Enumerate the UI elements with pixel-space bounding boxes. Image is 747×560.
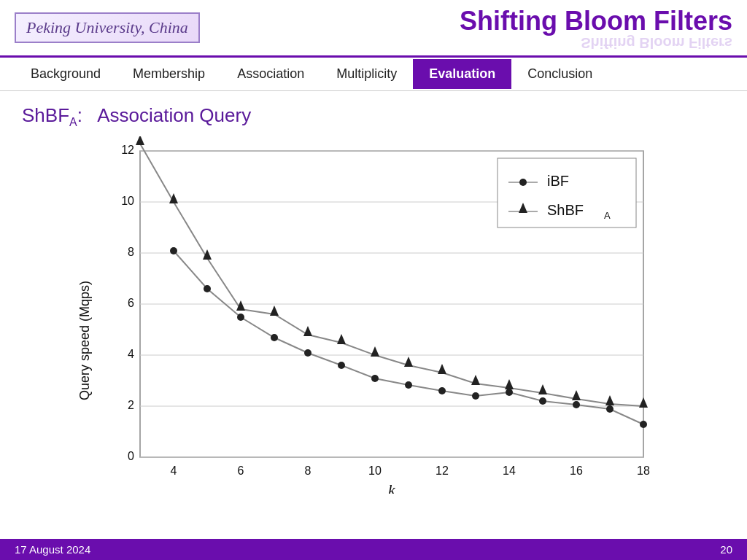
ibf-dot-12 [539,397,546,405]
ibf-dot-2 [204,285,211,292]
xtick-12: 12 [436,464,449,477]
logo-box: Peking University, China [15,12,200,43]
ytick-0: 0 [128,450,134,462]
header: Peking University, China Shifting Bloom … [0,0,747,58]
footer-page: 20 [720,543,732,556]
xtick-18: 18 [637,464,650,477]
ytick-2: 2 [128,399,134,411]
ibf-dot-14 [606,405,614,413]
title-colon: : Association Query [77,104,251,126]
xtick-14: 14 [503,464,516,477]
ytick-8: 8 [128,246,134,258]
nav-item-multiplicity[interactable]: Multiplicity [320,59,413,89]
title-reflection: Shifting Bloom Filters [460,36,732,50]
xtick-10: 10 [368,464,382,477]
legend-shbfa-sub: A [604,210,611,221]
ibf-dot-7 [371,375,379,382]
title-sub: A [69,116,77,128]
ibf-dot-6 [338,362,345,369]
ibf-dot-11 [506,389,513,396]
ibf-dot-10 [472,392,479,400]
x-axis-label: k [388,481,396,494]
xtick-8: 8 [305,464,311,477]
ibf-dot-8 [405,381,412,389]
ibf-dot-3 [237,314,244,321]
ytick-4: 4 [128,348,134,360]
content: ShBFA: Association Query Query speed (Mq… [0,91,747,501]
nav-item-conclusion[interactable]: Conclusion [511,59,608,89]
shbfa-tri-0 [136,136,144,145]
xtick-4: 4 [171,464,177,477]
ibf-dot-1 [170,247,177,254]
ytick-12: 12 [121,144,134,156]
ibf-dot-4 [271,334,278,341]
y-axis-label: Query speed (Mqps) [77,281,92,400]
nav-item-background[interactable]: Background [15,59,117,89]
ytick-10: 10 [121,195,134,207]
logo-text: Peking University, China [26,18,188,36]
xtick-6: 6 [238,464,244,477]
nav-item-evaluation[interactable]: Evaluation [413,59,511,89]
legend-ibf-label: iBF [547,173,569,189]
title-prefix: ShBF [22,104,69,126]
legend-ibf-dot [519,179,527,186]
navbar: BackgroundMembershipAssociationMultiplic… [0,58,747,91]
chart-svg: Query speed (Mqps) 0 2 4 6 8 10 12 [74,136,673,494]
page-title: ShBFA: Association Query [22,104,725,129]
footer-date: 17 August 2024 [15,543,90,556]
nav-item-association[interactable]: Association [221,59,320,89]
ibf-dot-13 [573,401,580,408]
main-title: Shifting Bloom Filters [460,6,732,36]
ytick-6: 6 [128,297,134,309]
ibf-dot-9 [438,387,446,394]
footer: 17 August 2024 20 [0,539,747,560]
ibf-dot-5 [304,349,311,357]
legend-shbfa-label: ShBF [547,202,584,218]
nav-item-membership[interactable]: Membership [117,59,221,89]
ibf-dot-15 [640,421,647,428]
xtick-16: 16 [570,464,583,477]
chart-container: Query speed (Mqps) 0 2 4 6 8 10 12 [22,136,725,494]
